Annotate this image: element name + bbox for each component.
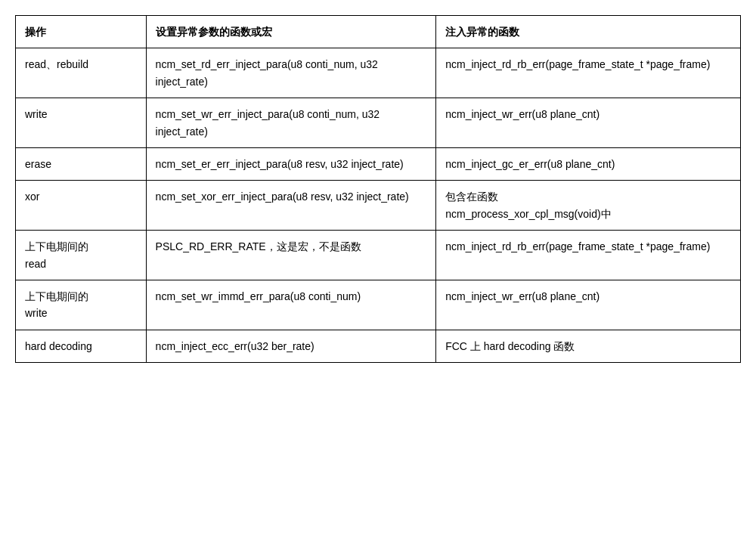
cell-inject-2: ncm_inject_gc_er_err(u8 plane_cnt) <box>436 147 741 180</box>
table-row: xorncm_set_xor_err_inject_para(u8 resv, … <box>16 181 741 231</box>
header-set-func: 设置异常参数的函数或宏 <box>146 16 436 48</box>
cell-set-1: ncm_set_wr_err_inject_para(u8 conti_num,… <box>146 98 436 148</box>
cell-op-2: erase <box>16 147 147 180</box>
header-op: 操作 <box>16 16 147 48</box>
table-row: erasencm_set_er_err_inject_para(u8 resv,… <box>16 147 741 180</box>
cell-set-6: ncm_inject_ecc_err(u32 ber_rate) <box>146 330 436 362</box>
cell-inject-3: 包含在函数 ncm_process_xor_cpl_msg(void)中 <box>436 181 741 231</box>
cell-op-0: read、rebuild <box>16 48 147 98</box>
cell-op-5: 上下电期间的 write <box>16 280 147 330</box>
cell-inject-4: ncm_inject_rd_rb_err(page_frame_state_t … <box>436 231 741 280</box>
table-row: writencm_set_wr_err_inject_para(u8 conti… <box>16 98 741 148</box>
cell-set-0: ncm_set_rd_err_inject_para(u8 conti_num,… <box>146 48 436 98</box>
cell-inject-1: ncm_inject_wr_err(u8 plane_cnt) <box>436 98 741 148</box>
cell-set-3: ncm_set_xor_err_inject_para(u8 resv, u32… <box>146 181 436 231</box>
cell-inject-0: ncm_inject_rd_rb_err(page_frame_state_t … <box>436 48 741 98</box>
cell-op-1: write <box>16 98 147 148</box>
header-inject-func: 注入异常的函数 <box>436 16 741 48</box>
cell-op-3: xor <box>16 181 147 231</box>
table-header-row: 操作 设置异常参数的函数或宏 注入异常的函数 <box>16 16 741 48</box>
cell-set-2: ncm_set_er_err_inject_para(u8 resv, u32 … <box>146 147 436 180</box>
cell-set-5: ncm_set_wr_immd_err_para(u8 conti_num) <box>146 280 436 330</box>
cell-inject-5: ncm_inject_wr_err(u8 plane_cnt) <box>436 280 741 330</box>
cell-op-4: 上下电期间的 read <box>16 231 147 280</box>
table-row: hard decodingncm_inject_ecc_err(u32 ber_… <box>16 330 741 362</box>
table-row: 上下电期间的 writencm_set_wr_immd_err_para(u8 … <box>16 280 741 330</box>
cell-inject-6: FCC 上 hard decoding 函数 <box>436 330 741 362</box>
cell-op-6: hard decoding <box>16 330 147 362</box>
error-injection-table: 操作 设置异常参数的函数或宏 注入异常的函数 read、rebuildncm_s… <box>15 15 741 363</box>
table-row: 上下电期间的 readPSLC_RD_ERR_RATE，这是宏，不是函数ncm_… <box>16 231 741 280</box>
table-row: read、rebuildncm_set_rd_err_inject_para(u… <box>16 48 741 98</box>
main-table-wrapper: 操作 设置异常参数的函数或宏 注入异常的函数 read、rebuildncm_s… <box>15 15 741 363</box>
cell-set-4: PSLC_RD_ERR_RATE，这是宏，不是函数 <box>146 231 436 280</box>
